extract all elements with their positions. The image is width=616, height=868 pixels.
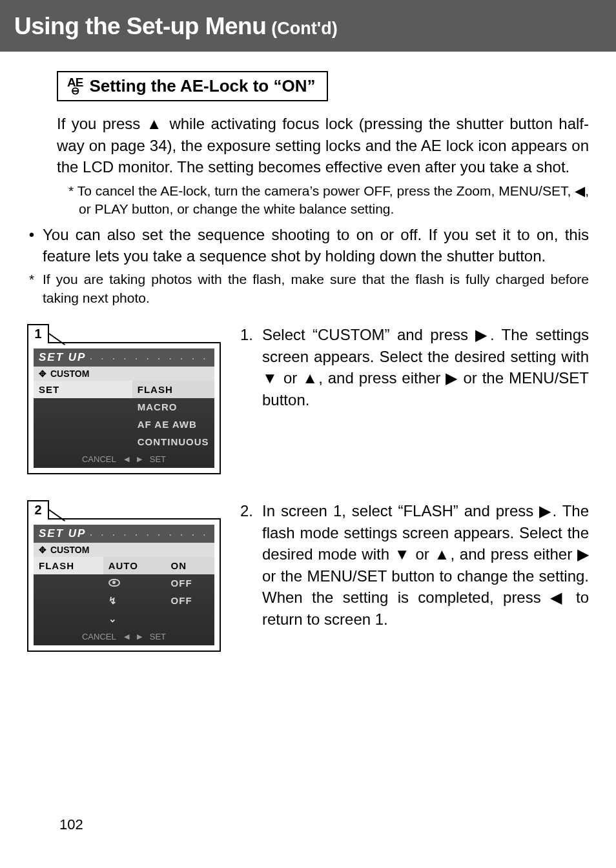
lcd1-custom-tab: ✥ CUSTOM [34,367,214,381]
screenshot-2-tab: 2 [27,500,49,520]
lcd2-grid: FLASH AUTO ON OFF ↯ OFF ⌄ [34,557,214,628]
redeye-icon [103,574,166,592]
lcd2-on: ON [166,557,214,574]
dpad-icon: ✥ [39,369,46,378]
header-sub: (Cont'd) [271,19,337,39]
lcd-screenshot-2: SET UP . . . . . . . . . . . . . ✥ CUSTO… [27,518,221,652]
lcd2-footer: CANCEL◀ ▶SET [34,628,214,645]
note-cancel-ae: * To cancel the AE-lock, turn the camera… [68,182,589,219]
content-area: AE ⊖ Setting the AE-Lock to “ON” If you … [0,52,616,652]
tri-left-icon: ◀ [124,632,129,641]
bullet-sequence: • You can also set the sequence shooting… [27,225,589,267]
chevron-down-icon: ⌄ [103,610,166,628]
tri-right-icon: ▶ [137,455,142,463]
page-header: Using the Set-up Menu (Cont'd) [0,0,616,52]
tri-right-icon: ▶ [137,632,142,641]
dpad-icon: ✥ [39,545,46,554]
lcd1-left: SET [34,381,132,398]
step-2-block: 2 SET UP . . . . . . . . . . . . . ✥ CUS… [27,500,589,652]
lcd-dots: . . . . . . . . . . . . . [90,354,209,361]
section-title-text: Setting the AE-Lock to “ON” [89,76,315,96]
lcd1-row-afaeawb: AF AE AWB [132,416,214,433]
lcd2-auto: AUTO [103,557,166,574]
lcd1-footer: CANCEL◀ ▶SET [34,450,214,468]
header-main: Using the Set-up Menu [14,13,266,40]
lcd2-off1: OFF [166,574,214,592]
lcd2-title-row: SET UP . . . . . . . . . . . . . [34,525,214,543]
ae-lock-icon: AE ⊖ [67,78,83,94]
screenshot-2-wrap: 2 SET UP . . . . . . . . . . . . . ✥ CUS… [27,500,221,652]
bullet-dot-icon: • [27,225,36,267]
lcd1-row-continuous: CONTINUOUS [132,433,214,450]
lcd-title: SET UP [39,527,86,540]
lcd1-grid: SET FLASH MACRO AF AE AWB CONTINUOUS [34,381,214,450]
page-number: 102 [59,816,83,833]
lcd-screenshot-1: SET UP . . . . . . . . . . . . . ✥ CUSTO… [27,342,221,474]
tri-left-icon: ◀ [124,455,129,463]
flash-bolt-icon: ↯ [103,592,166,610]
step-2-text: 2. In screen 1, select “FLASH” and press… [240,500,589,631]
screenshot-1-wrap: 1 SET UP . . . . . . . . . . . . . ✥ CUS… [27,324,221,474]
lcd-dots: . . . . . . . . . . . . . [90,530,209,537]
step-1-text: 1. Select “CUSTOM” and press ▶. The sett… [240,324,589,410]
paragraph-main: If you press ▲ while activating focus lo… [57,113,589,178]
lcd2-left: FLASH [34,557,103,574]
note-flash-charged: * If you are taking photos with the flas… [27,270,589,307]
lcd2-off2: OFF [166,592,214,610]
lcd1-row-flash: FLASH [132,381,214,398]
asterisk-icon: * [27,270,36,307]
step-1-block: 1 SET UP . . . . . . . . . . . . . ✥ CUS… [27,324,589,474]
screenshot-1-tab: 1 [27,324,49,343]
section-title-box: AE ⊖ Setting the AE-Lock to “ON” [57,71,328,101]
lcd1-row-macro: MACRO [132,398,214,416]
lcd2-custom-tab: ✥ CUSTOM [34,543,214,557]
lcd1-title-row: SET UP . . . . . . . . . . . . . [34,348,214,367]
lcd-title: SET UP [39,351,86,364]
